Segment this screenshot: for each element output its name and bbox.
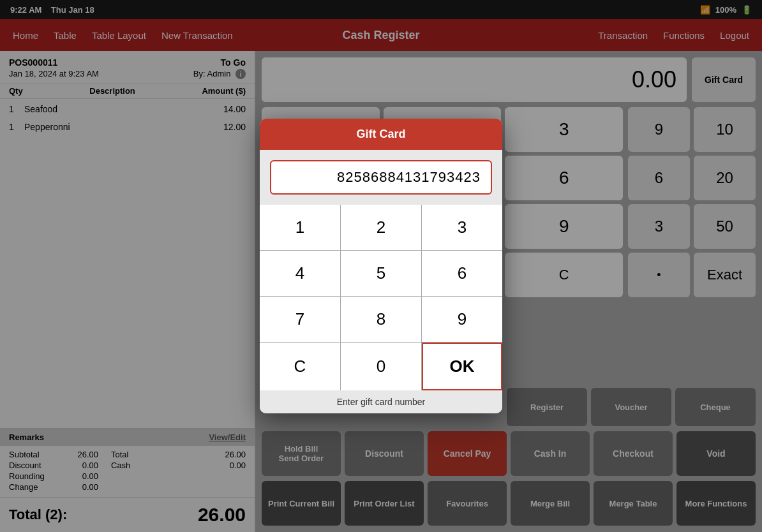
modal-key-2[interactable]: 2 [341,205,421,250]
modal-header: Gift Card [260,119,502,150]
modal-key-c[interactable]: C [260,343,340,390]
modal-numpad: 1 2 3 4 5 6 7 8 9 C 0 OK [260,205,502,390]
modal-hint: Enter gift card number [260,390,502,413]
modal-hint-text: Enter gift card number [337,397,426,407]
modal-ok-button[interactable]: OK [422,343,502,390]
modal-overlay: Gift Card 82586884131793423 1 2 3 4 5 6 … [0,0,762,532]
modal-input-display[interactable]: 82586884131793423 [270,160,492,195]
gift-card-modal: Gift Card 82586884131793423 1 2 3 4 5 6 … [260,119,502,413]
modal-key-7[interactable]: 7 [260,297,340,342]
modal-key-9[interactable]: 9 [422,297,502,342]
modal-key-5[interactable]: 5 [341,251,421,296]
modal-title: Gift Card [356,128,405,140]
modal-key-8[interactable]: 8 [341,297,421,342]
modal-key-6[interactable]: 6 [422,251,502,296]
modal-key-0[interactable]: 0 [341,343,421,390]
modal-key-1[interactable]: 1 [260,205,340,250]
modal-key-3[interactable]: 3 [422,205,502,250]
modal-key-4[interactable]: 4 [260,251,340,296]
main-layout: POS000011 To Go Jan 18, 2024 at 9:23 AM … [0,51,762,532]
gift-card-input-value: 82586884131793423 [337,169,481,185]
